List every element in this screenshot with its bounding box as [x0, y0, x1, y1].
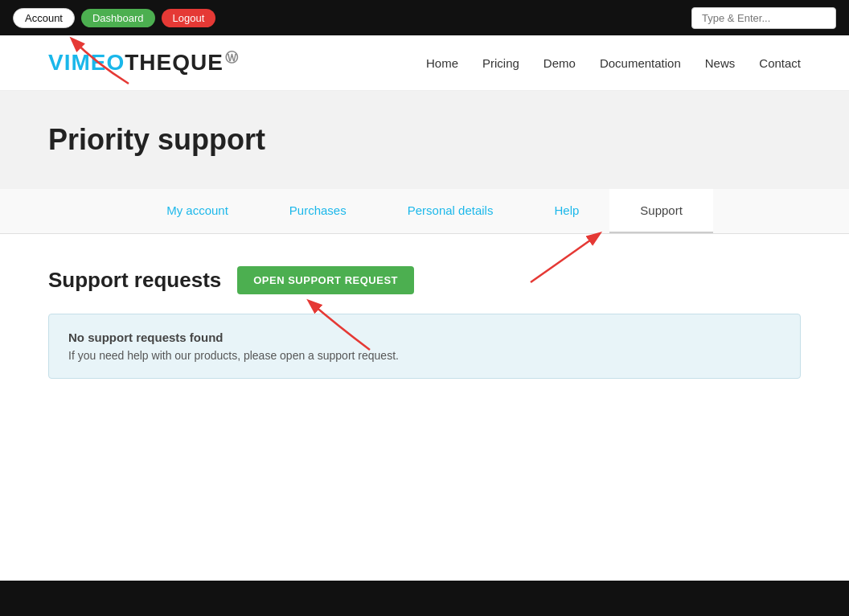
support-requests-header: Support requests OPEN SUPPORT REQUEST	[48, 266, 801, 294]
logo-theque: THEQUE	[125, 50, 224, 75]
nav-home[interactable]: Home	[426, 56, 458, 70]
tabs-bar: My account Purchases Personal details He…	[0, 189, 849, 234]
tab-personal-details[interactable]: Personal details	[377, 189, 524, 233]
top-bar-left: Account Dashboard Logout	[13, 8, 215, 28]
top-bar: Account Dashboard Logout	[0, 0, 849, 35]
page-hero: Priority support	[0, 91, 849, 189]
content-area: Support requests OPEN SUPPORT REQUEST No…	[0, 234, 849, 411]
nav-demo[interactable]: Demo	[543, 56, 576, 70]
tab-my-account[interactable]: My account	[136, 189, 259, 233]
nav-news[interactable]: News	[705, 56, 736, 70]
nav-contact[interactable]: Contact	[759, 56, 801, 70]
tab-purchases[interactable]: Purchases	[259, 189, 377, 233]
page-title: Priority support	[48, 123, 801, 157]
logo: VIMEOTHEQUEⓌ	[48, 50, 239, 76]
nav-pricing[interactable]: Pricing	[482, 56, 519, 70]
logout-button[interactable]: Logout	[162, 9, 216, 27]
main-nav: Home Pricing Demo Documentation News Con…	[426, 56, 801, 70]
dashboard-button[interactable]: Dashboard	[81, 9, 155, 27]
wp-icon: Ⓦ	[225, 51, 239, 64]
account-button[interactable]: Account	[13, 8, 75, 28]
logo-vimeo: VIMEO	[48, 50, 125, 75]
info-box: No support requests found If you need he…	[48, 314, 801, 379]
tab-support[interactable]: Support	[609, 189, 713, 233]
open-support-request-button[interactable]: OPEN SUPPORT REQUEST	[237, 266, 414, 294]
site-header: VIMEOTHEQUEⓌ Home Pricing Demo Documenta…	[0, 35, 849, 91]
tab-help[interactable]: Help	[523, 189, 609, 233]
info-box-title: No support requests found	[68, 331, 781, 344]
info-box-text: If you need help with our products, plea…	[68, 349, 781, 362]
search-input[interactable]	[691, 7, 836, 29]
nav-documentation[interactable]: Documentation	[600, 56, 681, 70]
support-requests-title: Support requests	[48, 268, 221, 293]
bottom-bar	[0, 581, 849, 616]
